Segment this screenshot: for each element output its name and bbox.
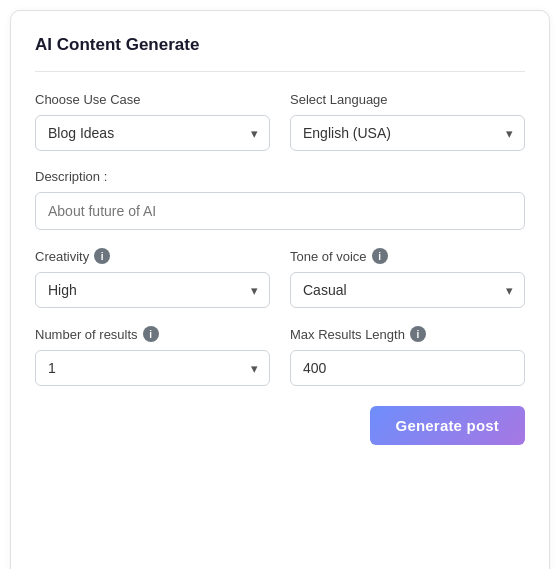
description-section: Description :	[35, 169, 525, 248]
language-label: Select Language	[290, 92, 525, 107]
description-label: Description :	[35, 169, 525, 184]
number-results-info-icon[interactable]: i	[143, 326, 159, 342]
page-title: AI Content Generate	[35, 35, 525, 55]
tone-select-wrapper: Formal Casual Friendly Professional ▾	[290, 272, 525, 308]
divider	[35, 71, 525, 72]
tone-label: Tone of voice i	[290, 248, 525, 264]
number-results-select[interactable]: 1 2 3 4 5	[35, 350, 270, 386]
description-input[interactable]	[35, 192, 525, 230]
max-length-info-icon[interactable]: i	[410, 326, 426, 342]
generate-post-button[interactable]: Generate post	[370, 406, 525, 445]
row-creativity-tone: Creativity i Low Medium High ▾ Tone of v…	[35, 248, 525, 308]
number-results-select-wrapper: 1 2 3 4 5 ▾	[35, 350, 270, 386]
footer-row: Generate post	[35, 406, 525, 445]
col-use-case: Choose Use Case Blog Ideas Product Descr…	[35, 92, 270, 151]
tone-select[interactable]: Formal Casual Friendly Professional	[290, 272, 525, 308]
number-results-label: Number of results i	[35, 326, 270, 342]
creativity-info-icon[interactable]: i	[94, 248, 110, 264]
use-case-select[interactable]: Blog Ideas Product Description Social Me…	[35, 115, 270, 151]
creativity-label: Creativity i	[35, 248, 270, 264]
tone-info-icon[interactable]: i	[372, 248, 388, 264]
col-language: Select Language English (USA) French Spa…	[290, 92, 525, 151]
creativity-select-wrapper: Low Medium High ▾	[35, 272, 270, 308]
creativity-select[interactable]: Low Medium High	[35, 272, 270, 308]
row-results: Number of results i 1 2 3 4 5 ▾ Max Resu…	[35, 326, 525, 386]
language-select-wrapper: English (USA) French Spanish German ▾	[290, 115, 525, 151]
col-number-results: Number of results i 1 2 3 4 5 ▾	[35, 326, 270, 386]
use-case-label: Choose Use Case	[35, 92, 270, 107]
max-length-label: Max Results Length i	[290, 326, 525, 342]
col-tone: Tone of voice i Formal Casual Friendly P…	[290, 248, 525, 308]
language-select[interactable]: English (USA) French Spanish German	[290, 115, 525, 151]
col-creativity: Creativity i Low Medium High ▾	[35, 248, 270, 308]
ai-content-generate-card: AI Content Generate Choose Use Case Blog…	[10, 10, 550, 569]
row-use-case-language: Choose Use Case Blog Ideas Product Descr…	[35, 92, 525, 151]
max-length-input[interactable]	[290, 350, 525, 386]
use-case-select-wrapper: Blog Ideas Product Description Social Me…	[35, 115, 270, 151]
col-max-length: Max Results Length i	[290, 326, 525, 386]
